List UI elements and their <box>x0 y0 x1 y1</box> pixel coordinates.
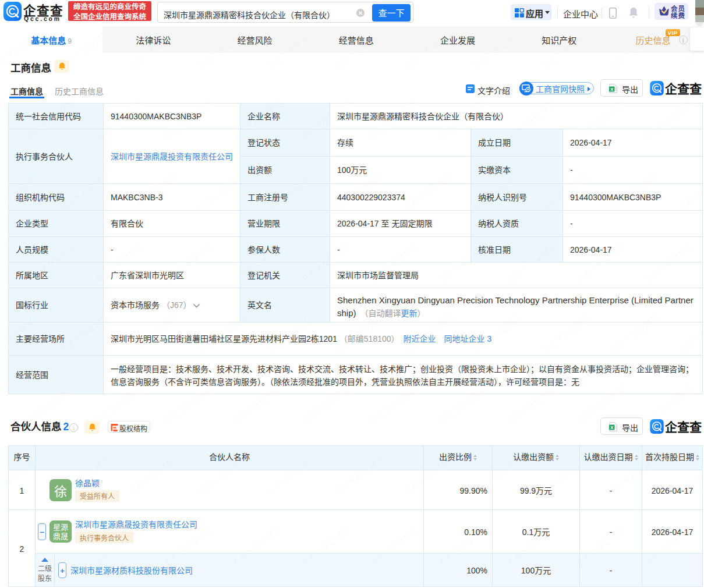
svg-text:X: X <box>610 87 613 92</box>
svg-text:X: X <box>610 425 613 430</box>
